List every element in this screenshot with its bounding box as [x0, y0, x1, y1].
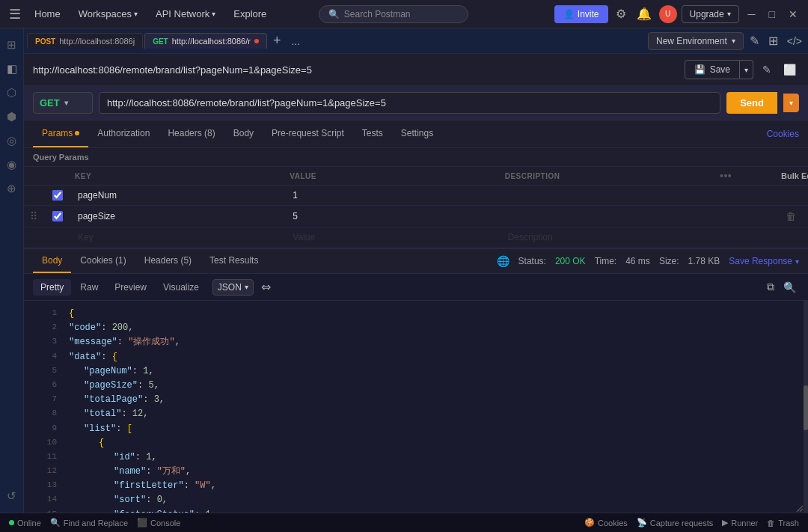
resize-handle[interactable] [792, 501, 804, 513]
console-button[interactable]: ⬛ Console [137, 518, 180, 528]
settings-button[interactable]: ⚙ [613, 4, 629, 24]
response-section: Body Cookies (1) Headers (5) Test Result… [24, 248, 808, 513]
tab-body[interactable]: Body [224, 120, 263, 147]
fmt-tab-preview[interactable]: Preview [107, 279, 154, 296]
console-icon: ⬛ [137, 518, 147, 528]
hamburger-button[interactable]: ☰ [6, 3, 24, 25]
notifications-button[interactable]: 🔔 [634, 4, 655, 24]
env-edit-button[interactable]: ✎ [747, 31, 762, 51]
add-tab-button[interactable]: + [269, 31, 286, 50]
save-button[interactable]: 💾 Save [685, 60, 740, 79]
search-response-button[interactable]: 🔍 [780, 278, 799, 296]
request-url-header: http://localhost:8086/remote/brand/list?… [24, 54, 808, 86]
tab-settings[interactable]: Settings [392, 120, 442, 147]
cookies-bottom-button[interactable]: 🍪 Cookies [584, 518, 628, 528]
qp-header-row: KEY VALUE DESCRIPTION ••• Bulk Edit [24, 167, 808, 186]
search-bar[interactable]: 🔍 Search Postman [319, 5, 468, 23]
request-tab-2[interactable]: GET http://localhost:8086/r [144, 33, 267, 49]
capture-button[interactable]: 📡 Capture requests [637, 518, 713, 528]
row1-key: pageNum [75, 189, 290, 202]
send-button[interactable]: Send [726, 92, 777, 114]
sidebar-share-icon[interactable]: ⊕ [3, 178, 20, 199]
tab-tests[interactable]: Tests [353, 120, 392, 147]
nav-api-network[interactable]: API Network▾ [148, 4, 223, 24]
nav-right: 👤 Invite ⚙ 🔔 U Upgrade ▾ ─ □ ✕ [554, 4, 802, 24]
sidebar-home-icon[interactable]: ⊞ [3, 34, 20, 55]
empty-desc-placeholder: Description [505, 230, 720, 244]
row2-checkbox[interactable] [52, 211, 63, 221]
sidebar-monitor-icon[interactable]: ◉ [3, 154, 20, 175]
save-dropdown-button[interactable]: ▾ [740, 60, 753, 79]
fmt-tab-raw[interactable]: Raw [73, 279, 105, 296]
avatar[interactable]: U [659, 5, 677, 23]
sidebar-history-icon[interactable]: ↺ [3, 486, 20, 507]
sidebar-api-icon[interactable]: ⬡ [3, 82, 20, 103]
tab2-dot [254, 39, 259, 43]
resp-tab-headers[interactable]: Headers (5) [135, 249, 201, 273]
wrap-text-button[interactable]: ⇔ [258, 277, 274, 297]
close-button[interactable]: ✕ [784, 5, 802, 23]
bulk-edit-button[interactable]: Bulk Edit [780, 170, 802, 182]
method-select[interactable]: GET ▾ [33, 92, 93, 114]
minimize-button[interactable]: ─ [744, 5, 760, 23]
code-snippet-button[interactable]: </> [784, 32, 805, 50]
upgrade-button[interactable]: Upgrade ▾ [682, 5, 739, 23]
more-options-button[interactable]: ••• [720, 170, 780, 182]
empty-key-placeholder[interactable]: Key [75, 230, 290, 244]
query-params-title: Query Params [24, 148, 808, 167]
tab1-url: http://localhost:8086j [59, 37, 135, 46]
top-nav: ☰ Home Workspaces▾ API Network▾ Explore … [0, 0, 808, 28]
tab-params[interactable]: Params [33, 120, 88, 147]
query-params-section: Query Params KEY VALUE DESCRIPTION ••• B… [24, 148, 808, 248]
new-environment-button[interactable]: New Environment ▾ [648, 32, 744, 50]
cookies-link[interactable]: Cookies [767, 129, 799, 139]
main-content: POST http://localhost:8086j GET http://l… [24, 28, 808, 513]
drag-handle[interactable]: ⠿ [30, 210, 52, 222]
json-line-11: 11 "id": 1, [24, 450, 808, 465]
nav-home[interactable]: Home [27, 4, 68, 24]
invite-icon: 👤 [563, 9, 575, 19]
more-tabs-button[interactable]: ... [287, 34, 304, 49]
request-tab-1[interactable]: POST http://localhost:8086j [27, 33, 143, 49]
json-line-2: 2 "code": 200, [24, 321, 808, 335]
online-dot [9, 520, 14, 525]
json-line-7: 7 "totalPage": 3, [24, 393, 808, 407]
env-settings-button[interactable]: ⊞ [765, 31, 781, 51]
json-line-10: 10 { [24, 436, 808, 450]
fmt-tab-visualize[interactable]: Visualize [156, 279, 206, 296]
maximize-button[interactable]: □ [765, 5, 780, 23]
response-view-button[interactable]: ⬜ [780, 61, 799, 79]
row1-checkbox[interactable] [52, 190, 63, 201]
col-value-header: VALUE [290, 172, 504, 180]
code-view-button[interactable]: ✎ [759, 61, 774, 79]
col-key-header: KEY [75, 172, 290, 180]
empty-value-placeholder[interactable]: Value [290, 230, 504, 244]
save-response-button[interactable]: Save Response ▾ [729, 256, 799, 266]
invite-button[interactable]: 👤 Invite [554, 5, 608, 23]
resp-tab-test-results[interactable]: Test Results [201, 249, 267, 273]
tab-pre-request[interactable]: Pre-request Script [263, 120, 353, 147]
status-value: 200 OK [555, 256, 586, 266]
resp-tab-cookies[interactable]: Cookies (1) [71, 249, 135, 273]
sidebar-mock-icon[interactable]: ◎ [3, 130, 20, 151]
tab-headers[interactable]: Headers (8) [159, 120, 224, 147]
runner-button[interactable]: ▶ Runner [722, 518, 758, 528]
nav-workspaces[interactable]: Workspaces▾ [71, 4, 145, 24]
globe-icon: 🌐 [497, 255, 509, 267]
row2-delete-button[interactable]: 🗑 [780, 209, 802, 224]
online-status[interactable]: Online [9, 519, 41, 528]
sidebar-collections-icon[interactable]: ◧ [3, 58, 21, 79]
send-dropdown-button[interactable]: ▾ [783, 94, 799, 112]
copy-response-button[interactable]: ⧉ [764, 278, 777, 296]
nav-explore[interactable]: Explore [226, 4, 274, 24]
url-input[interactable] [99, 92, 720, 114]
sidebar-env-icon[interactable]: ⬢ [3, 106, 20, 127]
fmt-tab-pretty[interactable]: Pretty [33, 279, 71, 296]
resp-tab-body[interactable]: Body [33, 249, 71, 273]
main-layout: ⊞ ◧ ⬡ ⬢ ◎ ◉ ⊕ ↺ POST http://localhost:80… [0, 28, 808, 513]
save-icon: 💾 [694, 64, 706, 75]
tab-authorization[interactable]: Authorization [88, 120, 159, 147]
json-format-selector[interactable]: JSON ▾ [212, 279, 254, 296]
trash-button[interactable]: 🗑 Trash [767, 518, 799, 528]
find-replace-button[interactable]: 🔍 Find and Replace [50, 518, 128, 528]
